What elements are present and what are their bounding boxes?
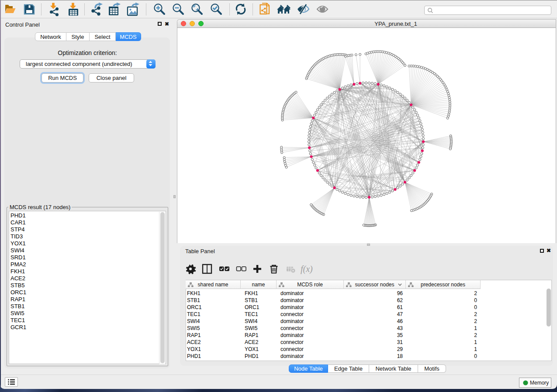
svg-text:f(x): f(x) — [301, 264, 313, 274]
